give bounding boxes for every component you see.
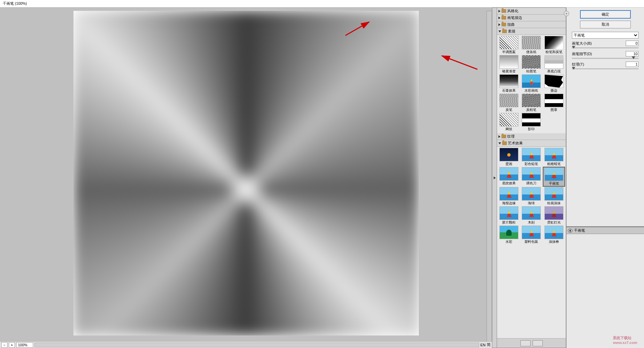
- status-bar: − + 100% EN 简: [0, 341, 492, 348]
- effect-layers-panel: 干画笔: [566, 226, 644, 348]
- chevron-double-icon: «: [566, 12, 567, 15]
- filter-thumb-conte[interactable]: 炭精笔: [520, 93, 542, 113]
- chevron-down-icon: [498, 30, 501, 32]
- param-texture-slider[interactable]: [572, 68, 639, 69]
- filter-thumb-stamp[interactable]: 图章: [543, 93, 565, 113]
- title-bar: 千画笔 (100%): [0, 0, 644, 7]
- filter-thumb-sponge[interactable]: 海绵: [520, 187, 542, 206]
- filter-thumb-smudge-stick[interactable]: 涂抹棒: [543, 225, 565, 245]
- sketch-thumbs: 半调图案 便条纸 粉笔和炭笔 铬黄渐变 绘图笔 基底凸现 石膏效果 水彩画纸 撕…: [497, 35, 566, 133]
- filter-thumb-cutout[interactable]: 木刻: [520, 206, 542, 225]
- category-label: 扭曲: [507, 22, 515, 27]
- cancel-button[interactable]: 取消: [580, 21, 631, 28]
- chevron-right-icon: [498, 23, 500, 26]
- watermark: 系统下载站 www.xz7.com: [613, 335, 637, 345]
- category-artistic[interactable]: 艺术效果: [497, 140, 566, 147]
- category-sketch[interactable]: 素描: [497, 28, 566, 35]
- chevron-right-icon: [498, 135, 500, 138]
- filter-thumb-halftone[interactable]: 半调图案: [498, 36, 520, 55]
- filter-thumb-film-grain[interactable]: 胶片颗粒: [498, 206, 520, 225]
- gallery-footer: [497, 338, 566, 348]
- filter-thumb-chrome[interactable]: 铬黄渐变: [498, 55, 520, 74]
- filter-thumb-graphic-pen[interactable]: 绘图笔: [520, 55, 542, 74]
- category-label: 风格化: [507, 8, 518, 14]
- param-brush-size-slider[interactable]: [572, 47, 639, 48]
- category-label: 画笔描边: [507, 15, 522, 20]
- category-distort[interactable]: 扭曲: [497, 21, 566, 28]
- category-brush-strokes[interactable]: 画笔描边: [497, 15, 566, 21]
- category-label: 艺术效果: [508, 141, 523, 146]
- filter-gallery: 风格化 画笔描边 扭曲 素描 半调图案 便条纸 粉笔和炭笔 铬黄渐变: [497, 7, 566, 348]
- category-label: 纹理: [507, 134, 515, 139]
- filter-thumb-paint-daubs[interactable]: 绘画涂抹: [543, 187, 565, 206]
- preview-image: [73, 11, 419, 335]
- ime-indicator: EN: [480, 343, 486, 347]
- folder-icon: [501, 16, 506, 20]
- gallery-footer-btn-1[interactable]: [520, 340, 531, 346]
- filter-thumb-chalk[interactable]: 粉笔和炭笔: [543, 36, 565, 55]
- filter-thumb-plastic-wrap[interactable]: 塑料包装: [520, 225, 542, 245]
- filter-thumb-neon-glow[interactable]: 霓虹灯光: [543, 206, 565, 225]
- param-texture-label: 纹理(T): [572, 62, 624, 67]
- window-title: 千画笔 (100%): [3, 1, 27, 5]
- category-texture[interactable]: 纹理: [497, 133, 566, 140]
- filter-thumb-fresco[interactable]: 壁画: [498, 147, 520, 167]
- folder-icon: [502, 29, 507, 33]
- filter-thumb-reticulation[interactable]: 网状: [498, 113, 520, 132]
- gallery-collapse-handle[interactable]: [492, 7, 497, 348]
- filter-thumb-notepaper[interactable]: 便条纸: [520, 36, 542, 55]
- lang-indicator: 简: [487, 342, 491, 347]
- visibility-icon[interactable]: [568, 229, 573, 233]
- param-texture-input[interactable]: [626, 62, 639, 67]
- panel-collapse-button[interactable]: «: [564, 11, 569, 16]
- chevron-down-icon: [498, 142, 501, 144]
- chevron-right-icon: [498, 10, 500, 13]
- filter-thumb-plaster[interactable]: 石膏效果: [498, 74, 520, 93]
- filter-thumb-underpainting[interactable]: 底纹效果: [498, 167, 520, 187]
- zoom-out-button[interactable]: −: [1, 342, 7, 348]
- category-label: 素描: [508, 29, 515, 34]
- filter-thumb-charcoal[interactable]: 炭笔: [498, 93, 520, 113]
- chevron-right-icon: [494, 177, 496, 179]
- zoom-in-button[interactable]: +: [9, 342, 15, 348]
- chevron-right-icon: [498, 17, 500, 19]
- param-brush-size-label: 画笔大小(B): [572, 41, 624, 46]
- preview-vscroll[interactable]: [487, 11, 492, 345]
- filter-thumb-rough-pastels[interactable]: 粗糙蜡笔: [543, 147, 565, 167]
- param-brush-detail-label: 画笔细节(D): [572, 51, 624, 56]
- ok-button[interactable]: 确定: [580, 10, 631, 19]
- filter-thumb-water-paper[interactable]: 水彩画纸: [520, 74, 542, 93]
- filter-thumb-watercolor[interactable]: 水彩: [498, 225, 520, 245]
- filter-thumb-dry-brush[interactable]: 干画笔: [543, 167, 565, 187]
- folder-icon: [501, 23, 506, 26]
- category-stylize[interactable]: 风格化: [497, 8, 566, 15]
- filter-thumb-palette-knife[interactable]: 调色刀: [520, 167, 542, 187]
- zoom-value[interactable]: 100%: [16, 342, 33, 348]
- folder-icon: [501, 135, 506, 138]
- scroll-thumb[interactable]: [487, 11, 492, 345]
- param-brush-detail-slider[interactable]: [572, 58, 639, 59]
- filter-thumb-photocopy[interactable]: 影印: [520, 113, 542, 132]
- param-brush-size-input[interactable]: [626, 41, 639, 46]
- effect-layer-row[interactable]: 干画笔: [566, 227, 644, 234]
- effect-layer-name: 干画笔: [574, 228, 585, 233]
- canvas[interactable]: [73, 11, 419, 335]
- gallery-footer-btn-2[interactable]: [533, 340, 543, 346]
- settings-panel: « 确定 取消 干画笔 画笔大小(B) 画笔细节(D) 纹理(T): [566, 7, 644, 348]
- filter-thumb-colored-pencil[interactable]: 彩色铅笔: [520, 147, 542, 167]
- param-brush-detail-input[interactable]: [626, 51, 639, 56]
- artistic-thumbs: 壁画 彩色铅笔 粗糙蜡笔 底纹效果 调色刀 干画笔 海报边缘 海绵 绘画涂抹 胶…: [497, 147, 566, 246]
- filter-select[interactable]: 干画笔: [572, 32, 639, 39]
- preview-area: − + 100% EN 简: [0, 7, 492, 348]
- folder-icon: [501, 9, 506, 13]
- status-hscroll[interactable]: [35, 343, 479, 347]
- filter-thumb-bas-relief[interactable]: 基底凸现: [543, 55, 565, 74]
- folder-icon: [502, 141, 507, 145]
- filter-thumb-poster-edges[interactable]: 海报边缘: [498, 187, 520, 206]
- filter-thumb-torn-edges[interactable]: 撕边: [543, 74, 565, 93]
